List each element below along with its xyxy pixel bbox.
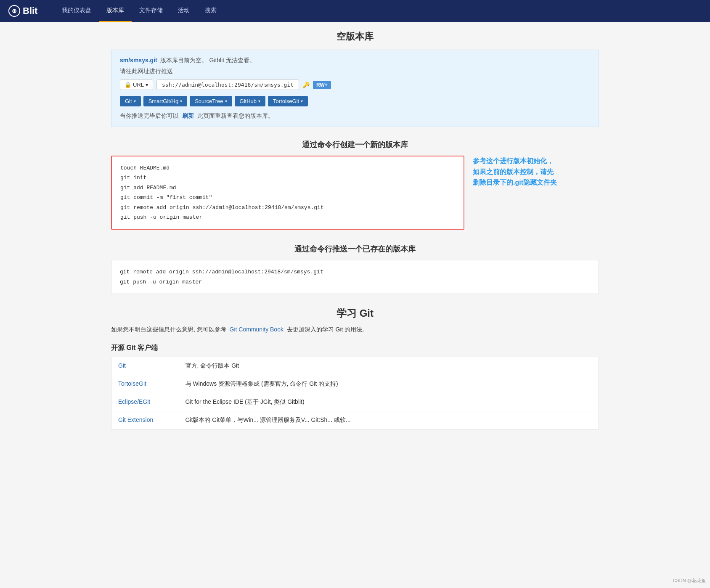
git-button[interactable]: Git ▾ — [120, 96, 141, 106]
code-line-2: git init — [120, 173, 455, 183]
client-name-gitextension: Git Extension — [111, 411, 179, 429]
client-desc-gitextension: Git版本的 Git菜单，与Win... 源管理器服务及V... Git:Sh.… — [179, 411, 599, 429]
clone-buttons: Git ▾ SmartGit/Hg ▾ SourceTree ▾ GitHub … — [120, 96, 590, 106]
client-desc-tortoisegit: 与 Windows 资源管理器集成 (需要官方, 命令行 Git 的支持) — [179, 375, 599, 393]
code-line-5: git remote add origin ssh://admin@localh… — [120, 203, 455, 212]
push-code-line-1: git remote add origin ssh://admin@localh… — [120, 267, 590, 277]
open-source-title: 开源 Git 客户端 — [111, 344, 599, 352]
repo-notice: sm/smsys.git sm/smsys.git 版本库目前为空。 Gitbl… — [120, 57, 590, 64]
url-label: URL — [133, 82, 144, 88]
nav-item-storage[interactable]: 文件存储 — [132, 0, 170, 22]
code-line-4: git commit -m "first commit" — [120, 193, 455, 202]
client-name-tortoisegit: TortoiseGit — [111, 375, 179, 393]
client-name-git: Git — [111, 357, 179, 375]
repo-link[interactable]: sm/smsys.git — [120, 57, 157, 64]
new-repo-title: 通过命令行创建一个新的版本库 — [111, 140, 599, 150]
refresh-notice: 当你推送完毕后你可以 刷新 此页面重新查看您的版本库。 — [120, 112, 590, 120]
push-existing-code: git remote add origin ssh://admin@localh… — [111, 260, 599, 294]
sourcetree-dropdown-icon: ▾ — [225, 99, 227, 103]
logo-text: Blit — [23, 5, 37, 16]
tortoisegit-button[interactable]: TortoiseGit ▾ — [268, 96, 308, 106]
push-existing-title: 通过命令行推送一个已存在的版本库 — [111, 244, 599, 254]
learn-desc: 如果您不明白这些信息什么意思, 您可以参考 Git Community Book… — [111, 326, 599, 334]
table-row: Git 官方, 命令行版本 Git — [111, 357, 599, 375]
url-row: 🔒 URL ▾ ssh://admin@localhost:29418/sm/s… — [120, 79, 590, 90]
push-code-line-2: git push -u origin master — [120, 277, 590, 287]
navbar: ⊕ Blit 我的仪表盘 版本库 文件存储 活动 搜索 — [0, 0, 710, 22]
rw-badge: RW+ — [313, 81, 331, 89]
client-name-egit: Eclipse/EGit — [111, 393, 179, 411]
tortoisegit-dropdown-icon: ▾ — [301, 99, 303, 103]
main-content: 空版本库 sm/smsys.git sm/smsys.git 版本库目前为空。 … — [103, 22, 607, 438]
git-community-link[interactable]: Git Community Book — [230, 326, 283, 333]
git-clients-table: Git 官方, 命令行版本 Git TortoiseGit 与 Windows … — [111, 357, 599, 429]
github-dropdown-icon: ▾ — [258, 99, 260, 103]
code-line-6: git push -u origin master — [120, 212, 455, 222]
new-repo-code: touch README.md git init git add README.… — [111, 156, 464, 230]
table-row: Git Extension Git版本的 Git菜单，与Win... 源管理器服… — [111, 411, 599, 429]
side-note: 参考这个进行版本初始化， 如果之前的版本控制，请先 删除目录下的.git隐藏文件… — [473, 156, 599, 188]
logo[interactable]: ⊕ Blit — [8, 5, 37, 17]
client-desc-egit: Git for the Eclipse IDE (基于 JGit, 类似 Git… — [179, 393, 599, 411]
nav-item-activity[interactable]: 活动 — [170, 0, 197, 22]
table-row: Eclipse/EGit Git for the Eclipse IDE (基于… — [111, 393, 599, 411]
code-line-3: git add README.md — [120, 183, 455, 193]
logo-icon: ⊕ — [8, 5, 20, 17]
table-row: TortoiseGit 与 Windows 资源管理器集成 (需要官方, 命令行… — [111, 375, 599, 393]
nav-item-dashboard[interactable]: 我的仪表盘 — [54, 0, 99, 22]
github-button[interactable]: GitHub ▾ — [235, 96, 265, 106]
page-title: 空版本库 — [111, 30, 599, 43]
url-badge: 🔒 URL ▾ — [120, 79, 153, 90]
nav-menu: 我的仪表盘 版本库 文件存储 活动 搜索 — [54, 0, 224, 22]
new-repo-wrapper: touch README.md git init git add README.… — [111, 156, 599, 234]
nav-item-repos[interactable]: 版本库 — [99, 0, 132, 22]
lock-icon: 🔒 — [125, 82, 131, 88]
key-icon: 🔑 — [302, 82, 310, 88]
url-text[interactable]: ssh://admin@localhost:29418/sm/smsys.git — [156, 79, 299, 90]
url-dropdown-icon[interactable]: ▾ — [146, 82, 148, 88]
refresh-link[interactable]: 刷新 — [182, 112, 194, 119]
sourcetree-button[interactable]: SourceTree ▾ — [190, 96, 232, 106]
smartgit-dropdown-icon: ▾ — [180, 99, 182, 103]
push-label: 请往此网址进行推送 — [120, 68, 590, 75]
nav-item-search[interactable]: 搜索 — [197, 0, 224, 22]
info-box: sm/smsys.git sm/smsys.git 版本库目前为空。 Gitbl… — [111, 50, 599, 127]
code-line-1: touch README.md — [120, 163, 455, 173]
smartgit-button[interactable]: SmartGit/Hg ▾ — [143, 96, 188, 106]
learn-title: 学习 Git — [111, 307, 599, 320]
client-desc-git: 官方, 命令行版本 Git — [179, 357, 599, 375]
git-dropdown-icon: ▾ — [134, 99, 136, 103]
